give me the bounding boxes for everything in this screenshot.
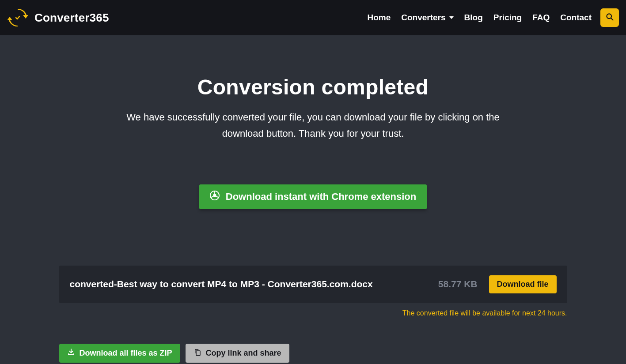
page-title: Conversion completed	[0, 75, 626, 99]
converted-file-card: converted-Best way to convert MP4 to MP3…	[59, 266, 567, 303]
nav-pricing[interactable]: Pricing	[493, 13, 522, 23]
brand-name: Converter365	[34, 11, 109, 25]
availability-note: The converted file will be available for…	[402, 309, 567, 317]
download-file-button[interactable]: Download file	[489, 275, 557, 293]
download-zip-label: Download all files as ZIP	[80, 349, 172, 358]
svg-rect-5	[196, 351, 200, 356]
converted-file-name: converted-Best way to convert MP4 to MP3…	[70, 279, 429, 289]
chrome-icon	[210, 191, 220, 203]
chevron-down-icon	[449, 16, 454, 19]
nav-blog[interactable]: Blog	[464, 13, 483, 23]
nav-faq[interactable]: FAQ	[532, 13, 550, 23]
page-subtitle: We have successfully converted your file…	[110, 109, 516, 142]
converted-file-size: 58.77 KB	[438, 279, 478, 289]
svg-line-2	[611, 18, 613, 20]
copy-link-label: Copy link and share	[206, 349, 281, 358]
search-icon	[605, 12, 614, 23]
nav-converters[interactable]: Converters	[401, 13, 453, 23]
download-zip-button[interactable]: Download all files as ZIP	[59, 344, 180, 363]
top-nav: Converter365 Home Converters Blog Pricin…	[0, 0, 626, 35]
download-icon	[67, 348, 75, 358]
brand-logo[interactable]: Converter365	[7, 7, 109, 28]
nav-converters-label: Converters	[401, 13, 445, 23]
copy-icon	[193, 348, 201, 358]
actions-row: Download all files as ZIP Copy link and …	[59, 344, 567, 363]
svg-point-4	[213, 194, 216, 197]
primary-nav: Home Converters Blog Pricing FAQ Contact	[367, 13, 592, 23]
nav-home[interactable]: Home	[367, 13, 391, 23]
chrome-extension-button[interactable]: Download instant with Chrome extension	[199, 184, 427, 209]
search-button[interactable]	[600, 8, 619, 27]
hero-section: Conversion completed We have successfull…	[0, 75, 626, 142]
chrome-extension-label: Download instant with Chrome extension	[226, 191, 416, 203]
nav-contact[interactable]: Contact	[560, 13, 592, 23]
logo-icon	[7, 7, 28, 28]
copy-link-button[interactable]: Copy link and share	[186, 344, 289, 363]
